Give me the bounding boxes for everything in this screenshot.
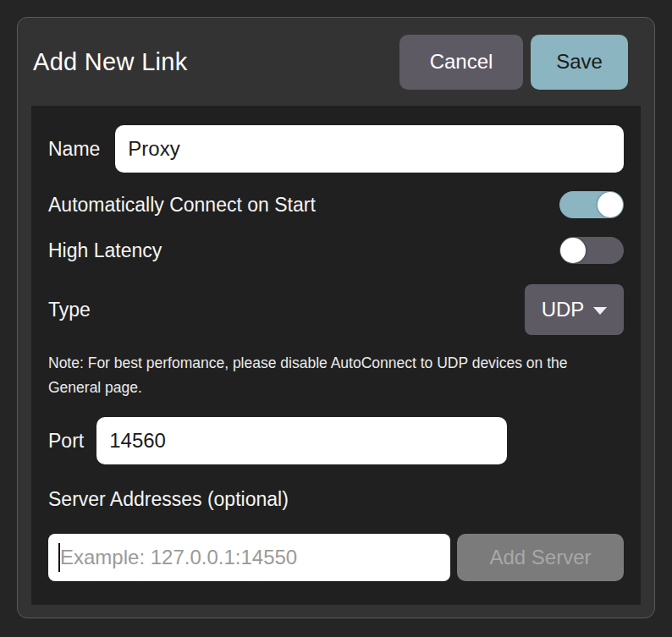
server-addresses-label: Server Addresses (optional) bbox=[48, 486, 624, 512]
high-latency-toggle[interactable] bbox=[559, 237, 624, 264]
type-dropdown-value: UDP bbox=[542, 298, 585, 321]
name-input[interactable] bbox=[115, 125, 624, 173]
name-row: Name bbox=[48, 125, 624, 173]
dialog-title: Add New Link bbox=[33, 48, 188, 76]
auto-connect-row: Automatically Connect on Start bbox=[48, 191, 624, 218]
header-buttons: Cancel Save bbox=[399, 35, 628, 90]
server-address-input[interactable] bbox=[48, 534, 450, 581]
dialog-header: Add New Link Cancel Save bbox=[18, 18, 654, 106]
cancel-button[interactable]: Cancel bbox=[399, 35, 523, 90]
save-button[interactable]: Save bbox=[531, 35, 628, 90]
type-dropdown[interactable]: UDP bbox=[525, 284, 624, 335]
high-latency-row: High Latency bbox=[48, 237, 624, 264]
add-link-dialog: Add New Link Cancel Save Name Automatica… bbox=[17, 17, 655, 618]
server-input-wrap bbox=[48, 534, 450, 581]
auto-connect-toggle[interactable] bbox=[559, 191, 624, 218]
link-settings-panel: Name Automatically Connect on Start High… bbox=[31, 106, 641, 605]
type-label: Type bbox=[48, 299, 91, 321]
type-row: Type UDP bbox=[48, 284, 624, 335]
port-input[interactable] bbox=[96, 417, 507, 464]
auto-connect-label: Automatically Connect on Start bbox=[48, 194, 316, 217]
chevron-down-icon bbox=[593, 307, 607, 315]
toggle-knob bbox=[560, 238, 586, 263]
server-address-row: Add Server bbox=[48, 534, 624, 581]
name-label: Name bbox=[48, 138, 100, 161]
port-row: Port bbox=[48, 417, 624, 464]
note-text: Note: For best perfomance, please disabl… bbox=[48, 351, 624, 400]
port-label: Port bbox=[48, 430, 84, 453]
add-server-button[interactable]: Add Server bbox=[457, 534, 624, 581]
high-latency-label: High Latency bbox=[48, 239, 162, 262]
text-cursor bbox=[58, 543, 60, 572]
toggle-knob bbox=[598, 192, 623, 217]
